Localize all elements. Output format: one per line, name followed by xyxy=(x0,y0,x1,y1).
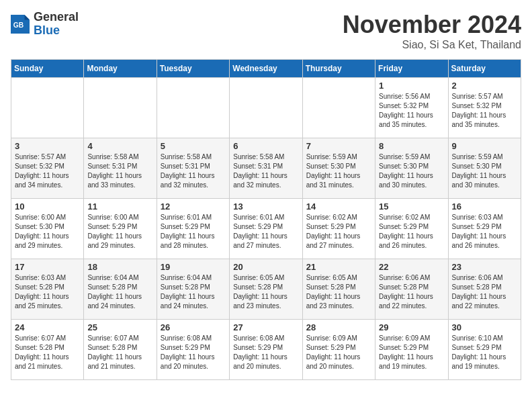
calendar-cell: 18Sunrise: 6:04 AM Sunset: 5:28 PM Dayli… xyxy=(84,259,157,320)
day-number: 3 xyxy=(15,141,80,151)
header-day-tuesday: Tuesday xyxy=(157,60,229,78)
calendar-cell: 6Sunrise: 5:58 AM Sunset: 5:31 PM Daylig… xyxy=(230,138,302,199)
header-day-monday: Monday xyxy=(84,60,157,78)
calendar-cell: 5Sunrise: 5:58 AM Sunset: 5:31 PM Daylig… xyxy=(157,138,229,199)
calendar-cell: 17Sunrise: 6:03 AM Sunset: 5:28 PM Dayli… xyxy=(11,259,84,320)
calendar-cell: 9Sunrise: 5:59 AM Sunset: 5:30 PM Daylig… xyxy=(448,138,521,199)
calendar-cell: 8Sunrise: 5:59 AM Sunset: 5:30 PM Daylig… xyxy=(375,138,448,199)
day-info: Sunrise: 6:06 AM Sunset: 5:28 PM Dayligh… xyxy=(379,273,444,311)
day-info: Sunrise: 6:00 AM Sunset: 5:30 PM Dayligh… xyxy=(15,213,80,250)
day-info: Sunrise: 6:04 AM Sunset: 5:28 PM Dayligh… xyxy=(161,273,226,311)
day-info: Sunrise: 5:58 AM Sunset: 5:31 PM Dayligh… xyxy=(233,152,298,190)
day-info: Sunrise: 5:58 AM Sunset: 5:31 PM Dayligh… xyxy=(87,152,152,190)
calendar-cell: 25Sunrise: 6:07 AM Sunset: 5:28 PM Dayli… xyxy=(84,320,157,380)
day-info: Sunrise: 6:07 AM Sunset: 5:28 PM Dayligh… xyxy=(15,334,80,371)
day-number: 24 xyxy=(15,322,80,332)
header-day-sunday: Sunday xyxy=(11,60,84,78)
day-info: Sunrise: 6:05 AM Sunset: 5:28 PM Dayligh… xyxy=(233,273,298,311)
day-number: 2 xyxy=(452,81,517,91)
day-number: 20 xyxy=(233,262,298,272)
svg-text:GB: GB xyxy=(13,21,24,28)
header-day-saturday: Saturday xyxy=(448,60,521,78)
day-number: 19 xyxy=(161,262,226,272)
day-info: Sunrise: 6:05 AM Sunset: 5:28 PM Dayligh… xyxy=(306,273,371,311)
day-info: Sunrise: 6:08 AM Sunset: 5:29 PM Dayligh… xyxy=(161,334,226,371)
location: Siao, Si Sa Ket, Thailand xyxy=(343,39,521,51)
svg-marker-1 xyxy=(25,15,30,19)
calendar-body: 1Sunrise: 5:56 AM Sunset: 5:32 PM Daylig… xyxy=(11,78,521,380)
title-block: November 2024 Siao, Si Sa Ket, Thailand xyxy=(343,11,521,51)
day-number: 13 xyxy=(233,201,298,212)
day-number: 22 xyxy=(379,262,444,272)
logo: GB General Blue xyxy=(11,11,79,38)
day-info: Sunrise: 5:59 AM Sunset: 5:30 PM Dayligh… xyxy=(306,152,371,190)
calendar-cell: 27Sunrise: 6:08 AM Sunset: 5:29 PM Dayli… xyxy=(230,320,302,380)
day-number: 30 xyxy=(452,322,517,332)
day-number: 6 xyxy=(233,141,298,151)
day-info: Sunrise: 5:57 AM Sunset: 5:32 PM Dayligh… xyxy=(15,152,80,190)
calendar-cell xyxy=(84,78,157,138)
day-number: 18 xyxy=(87,262,152,272)
day-number: 15 xyxy=(379,201,444,212)
calendar-cell: 11Sunrise: 6:00 AM Sunset: 5:29 PM Dayli… xyxy=(84,199,157,259)
day-info: Sunrise: 5:57 AM Sunset: 5:32 PM Dayligh… xyxy=(452,92,517,130)
calendar-cell: 1Sunrise: 5:56 AM Sunset: 5:32 PM Daylig… xyxy=(375,78,448,138)
calendar-cell: 4Sunrise: 5:58 AM Sunset: 5:31 PM Daylig… xyxy=(84,138,157,199)
week-row-3: 10Sunrise: 6:00 AM Sunset: 5:30 PM Dayli… xyxy=(11,199,521,259)
calendar-cell xyxy=(230,78,302,138)
calendar-cell: 12Sunrise: 6:01 AM Sunset: 5:29 PM Dayli… xyxy=(157,199,229,259)
day-info: Sunrise: 6:07 AM Sunset: 5:28 PM Dayligh… xyxy=(87,334,152,371)
calendar-cell: 28Sunrise: 6:09 AM Sunset: 5:29 PM Dayli… xyxy=(302,320,375,380)
day-info: Sunrise: 6:08 AM Sunset: 5:29 PM Dayligh… xyxy=(233,334,298,371)
day-info: Sunrise: 6:03 AM Sunset: 5:29 PM Dayligh… xyxy=(452,213,517,250)
day-number: 29 xyxy=(379,322,444,332)
day-number: 7 xyxy=(306,141,371,151)
calendar-cell: 20Sunrise: 6:05 AM Sunset: 5:28 PM Dayli… xyxy=(230,259,302,320)
day-number: 1 xyxy=(379,81,444,91)
logo-text: General Blue xyxy=(34,11,79,38)
calendar-cell xyxy=(11,78,84,138)
calendar-cell: 3Sunrise: 5:57 AM Sunset: 5:32 PM Daylig… xyxy=(11,138,84,199)
logo-general: General xyxy=(34,11,79,24)
day-number: 5 xyxy=(161,141,226,151)
day-info: Sunrise: 6:04 AM Sunset: 5:28 PM Dayligh… xyxy=(87,273,152,311)
day-info: Sunrise: 6:06 AM Sunset: 5:28 PM Dayligh… xyxy=(452,273,517,311)
header-row: SundayMondayTuesdayWednesdayThursdayFrid… xyxy=(11,60,521,78)
day-info: Sunrise: 6:10 AM Sunset: 5:29 PM Dayligh… xyxy=(452,334,517,371)
day-number: 28 xyxy=(306,322,371,332)
calendar-cell: 22Sunrise: 6:06 AM Sunset: 5:28 PM Dayli… xyxy=(375,259,448,320)
day-info: Sunrise: 6:02 AM Sunset: 5:29 PM Dayligh… xyxy=(379,213,444,250)
day-number: 9 xyxy=(452,141,517,151)
day-info: Sunrise: 5:58 AM Sunset: 5:31 PM Dayligh… xyxy=(161,152,226,190)
calendar-cell: 15Sunrise: 6:02 AM Sunset: 5:29 PM Dayli… xyxy=(375,199,448,259)
calendar-cell: 16Sunrise: 6:03 AM Sunset: 5:29 PM Dayli… xyxy=(448,199,521,259)
day-number: 10 xyxy=(15,201,80,212)
logo-blue: Blue xyxy=(34,24,79,38)
calendar-cell: 30Sunrise: 6:10 AM Sunset: 5:29 PM Dayli… xyxy=(448,320,521,380)
logo-icon: GB xyxy=(11,15,30,34)
header-day-wednesday: Wednesday xyxy=(230,60,302,78)
week-row-1: 1Sunrise: 5:56 AM Sunset: 5:32 PM Daylig… xyxy=(11,78,521,138)
day-info: Sunrise: 5:59 AM Sunset: 5:30 PM Dayligh… xyxy=(379,152,444,190)
day-number: 27 xyxy=(233,322,298,332)
day-number: 17 xyxy=(15,262,80,272)
calendar-cell: 14Sunrise: 6:02 AM Sunset: 5:29 PM Dayli… xyxy=(302,199,375,259)
calendar-table: SundayMondayTuesdayWednesdayThursdayFrid… xyxy=(11,59,521,380)
calendar-cell: 7Sunrise: 5:59 AM Sunset: 5:30 PM Daylig… xyxy=(302,138,375,199)
month-title: November 2024 xyxy=(343,11,521,39)
day-number: 25 xyxy=(87,322,152,332)
calendar-cell: 29Sunrise: 6:09 AM Sunset: 5:29 PM Dayli… xyxy=(375,320,448,380)
day-info: Sunrise: 6:09 AM Sunset: 5:29 PM Dayligh… xyxy=(306,334,371,371)
day-number: 21 xyxy=(306,262,371,272)
day-number: 16 xyxy=(452,201,517,212)
day-number: 23 xyxy=(452,262,517,272)
day-info: Sunrise: 6:01 AM Sunset: 5:29 PM Dayligh… xyxy=(233,213,298,250)
calendar-cell: 10Sunrise: 6:00 AM Sunset: 5:30 PM Dayli… xyxy=(11,199,84,259)
header-day-friday: Friday xyxy=(375,60,448,78)
day-number: 8 xyxy=(379,141,444,151)
calendar-cell: 2Sunrise: 5:57 AM Sunset: 5:32 PM Daylig… xyxy=(448,78,521,138)
day-info: Sunrise: 5:59 AM Sunset: 5:30 PM Dayligh… xyxy=(452,152,517,190)
day-info: Sunrise: 6:01 AM Sunset: 5:29 PM Dayligh… xyxy=(161,213,226,250)
day-info: Sunrise: 6:09 AM Sunset: 5:29 PM Dayligh… xyxy=(379,334,444,371)
day-number: 4 xyxy=(87,141,152,151)
